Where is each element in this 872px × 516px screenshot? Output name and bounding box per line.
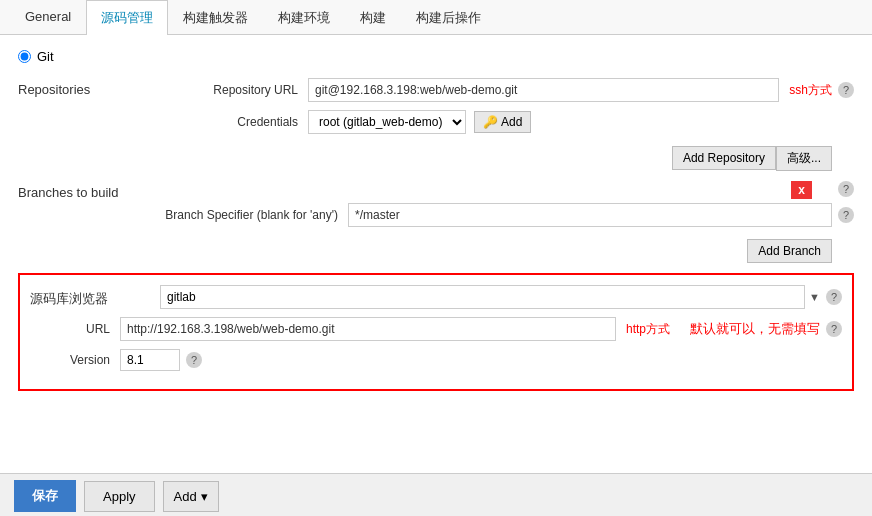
default-note: 默认就可以，无需填写 <box>690 320 820 338</box>
branches-help-icon[interactable]: ? <box>838 181 854 197</box>
add-dropdown-label: Add <box>174 489 197 504</box>
bottom-bar: 保存 Apply Add ▾ <box>0 473 872 516</box>
credentials-controls: root (gitlab_web-demo) 🔑 Add <box>308 110 531 134</box>
key-icon: 🔑 <box>483 115 498 129</box>
browser-select-container: gitlab ▼ <box>160 285 820 309</box>
ssh-label: ssh方式 <box>789 82 832 99</box>
browser-help-icon[interactable]: ? <box>826 289 842 305</box>
repo-buttons-row: 高级... Add Repository <box>148 142 854 171</box>
tab-env[interactable]: 构建环境 <box>263 0 345 35</box>
branches-section: Branches to build x ? Branch Specifier (… <box>18 181 854 263</box>
save-button[interactable]: 保存 <box>14 480 76 512</box>
browser-section: 源码库浏览器 gitlab ▼ ? URL http方式 默认就可以，无需填写 … <box>18 273 854 391</box>
credentials-select[interactable]: root (gitlab_web-demo) <box>308 110 466 134</box>
repo-url-row: Repository URL ssh方式 ? <box>148 78 854 102</box>
repositories-right: Repository URL ssh方式 ? Credentials root … <box>148 78 854 171</box>
credentials-label: Credentials <box>148 115 308 129</box>
add-dropdown-arrow-icon: ▾ <box>201 489 208 504</box>
branch-specifier-row: Branch Specifier (blank for 'any') ? <box>148 203 854 227</box>
branch-specifier-label: Branch Specifier (blank for 'any') <box>148 208 348 222</box>
advanced-button[interactable]: 高级... <box>776 146 832 171</box>
apply-button[interactable]: Apply <box>84 481 155 512</box>
repositories-section: Repositories Repository URL ssh方式 ? Cred… <box>18 78 854 171</box>
browser-url-label: URL <box>40 322 120 336</box>
browser-select[interactable]: gitlab <box>160 285 805 309</box>
browser-url-input-row: http方式 默认就可以，无需填写 <box>120 317 820 341</box>
browser-url-help-icon[interactable]: ? <box>826 321 842 337</box>
branch-specifier-help-icon[interactable]: ? <box>838 207 854 223</box>
add-branch-row: Add Branch <box>148 235 854 263</box>
tabs-bar: General 源码管理 构建触发器 构建环境 构建 构建后操作 <box>0 0 872 35</box>
git-radio-row: Git <box>18 49 854 64</box>
add-branch-button[interactable]: Add Branch <box>747 239 832 263</box>
tab-source[interactable]: 源码管理 <box>86 0 168 35</box>
git-radio[interactable] <box>18 50 31 63</box>
main-content: Git Repositories Repository URL ssh方式 ? … <box>0 35 872 473</box>
branches-label: Branches to build <box>18 181 148 263</box>
git-label: Git <box>37 49 54 64</box>
delete-row: x ? <box>148 181 854 199</box>
tab-general[interactable]: General <box>10 0 86 35</box>
delete-branch-button[interactable]: x <box>791 181 812 199</box>
http-label: http方式 <box>626 321 670 338</box>
tab-triggers[interactable]: 构建触发器 <box>168 0 263 35</box>
version-label: Version <box>40 353 120 367</box>
browser-url-row: URL http方式 默认就可以，无需填写 ? <box>30 317 842 341</box>
browser-section-label: 源码库浏览器 <box>30 286 160 308</box>
version-help-icon[interactable]: ? <box>186 352 202 368</box>
branches-right: x ? Branch Specifier (blank for 'any') ?… <box>148 181 854 263</box>
version-input[interactable] <box>120 349 180 371</box>
add-credentials-button[interactable]: 🔑 Add <box>474 111 531 133</box>
repo-url-help-icon[interactable]: ? <box>838 82 854 98</box>
tab-build[interactable]: 构建 <box>345 0 401 35</box>
branch-specifier-input[interactable] <box>348 203 832 227</box>
version-row: Version ? <box>30 349 842 371</box>
repo-url-label: Repository URL <box>148 83 308 97</box>
browser-row: 源码库浏览器 gitlab ▼ ? <box>30 285 842 309</box>
repo-url-input[interactable] <box>308 78 779 102</box>
add-dropdown-button[interactable]: Add ▾ <box>163 481 219 512</box>
credentials-row: Credentials root (gitlab_web-demo) 🔑 Add <box>148 110 854 134</box>
add-repository-button[interactable]: Add Repository <box>672 146 776 170</box>
tab-post[interactable]: 构建后操作 <box>401 0 496 35</box>
browser-url-input[interactable] <box>120 317 616 341</box>
browser-dropdown-arrow: ▼ <box>809 291 820 303</box>
repositories-label: Repositories <box>18 78 148 171</box>
